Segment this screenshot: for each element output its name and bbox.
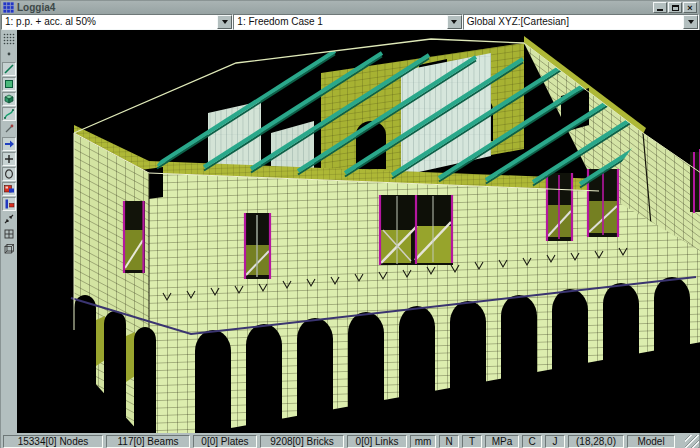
freedom-case-dropdown-button[interactable] [447, 15, 462, 29]
status-mode: Model [627, 435, 675, 448]
shrink-icon[interactable] [2, 212, 16, 226]
status-unit-length: mm [410, 435, 436, 448]
app-logo-icon [3, 2, 14, 13]
window-front-2 [379, 195, 453, 265]
resize-grip[interactable] [685, 435, 699, 448]
load-case-value: 1: p.p. + acc. al 50% [2, 15, 217, 29]
window-title: Loggia4 [17, 2, 653, 13]
solid-mesh-icon[interactable] [2, 242, 16, 256]
maximize-button[interactable] [668, 2, 682, 13]
beam-icon[interactable] [2, 62, 16, 76]
model-viewport[interactable] [17, 30, 700, 433]
vertex-pin-icon[interactable] [2, 122, 16, 136]
status-bar: 15334[0] Nodes 117[0] Beams 0[0] Plates … [1, 433, 699, 448]
status-unit-temp: C [522, 435, 542, 448]
window-front-3 [546, 173, 573, 241]
application-window: Loggia4 × 1: p.p. + acc. al 50% 1: Freed… [0, 0, 700, 448]
status-unit-mass: T [462, 435, 482, 448]
plate-icon[interactable] [2, 77, 16, 91]
status-coordinates: (18,28,0) [568, 435, 624, 448]
status-unit-energy: J [545, 435, 565, 448]
window-front-1 [244, 213, 271, 279]
status-nodes: 15334[0] Nodes [3, 435, 103, 448]
coord-system-dropdown-button[interactable] [683, 15, 698, 29]
entity-toolbar [1, 30, 17, 433]
node-grid-icon[interactable] [2, 32, 16, 46]
link-icon[interactable] [2, 107, 16, 121]
node-icon[interactable] [2, 47, 16, 61]
window-left-wall [123, 201, 145, 273]
close-button[interactable]: × [683, 2, 697, 13]
chevron-down-icon [688, 20, 694, 24]
status-links: 0[0] Links [347, 435, 407, 448]
minimize-button[interactable] [653, 2, 667, 13]
status-beams: 117[0] Beams [106, 435, 190, 448]
status-bricks: 9208[0] Bricks [260, 435, 344, 448]
model-canvas [17, 30, 700, 433]
window-edge-partial [690, 149, 700, 213]
entity-toggle-icon[interactable] [2, 182, 16, 196]
coord-system-combo[interactable]: Global XYZ:[Cartesian] [463, 14, 699, 30]
coord-system-value: Global XYZ:[Cartesian] [464, 15, 683, 29]
status-plates: 0[0] Plates [193, 435, 257, 448]
title-bar: Loggia4 × [1, 1, 699, 14]
freedom-case-value: 1: Freedom Case 1 [234, 15, 446, 29]
entity-display-icon[interactable] [2, 197, 16, 211]
add-icon[interactable] [2, 152, 16, 166]
brick-icon[interactable] [2, 92, 16, 106]
chevron-down-icon [451, 20, 457, 24]
load-case-dropdown-button[interactable] [217, 15, 232, 29]
wireframe-icon[interactable] [2, 227, 16, 241]
chevron-down-icon [222, 20, 228, 24]
status-unit-force: N [439, 435, 459, 448]
move-arrow-icon[interactable] [2, 137, 16, 151]
erase-icon[interactable] [2, 167, 16, 181]
case-toolbar: 1: p.p. + acc. al 50% 1: Freedom Case 1 … [1, 14, 699, 30]
load-case-combo[interactable]: 1: p.p. + acc. al 50% [1, 14, 233, 30]
freedom-case-combo[interactable]: 1: Freedom Case 1 [233, 14, 462, 30]
status-unit-stress: MPa [485, 435, 519, 448]
